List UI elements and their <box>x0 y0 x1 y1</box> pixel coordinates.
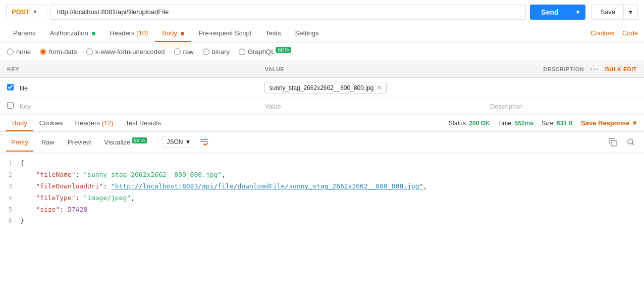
line-number: 5 <box>0 205 20 215</box>
code-line-2: 2 "fileName": "sunny_stag_2662x2662__800… <box>0 169 644 181</box>
file-chip-name: sunny_stag_2662x2662__800_800.jpg <box>269 84 373 91</box>
tab-body[interactable]: Body <box>155 24 191 42</box>
size-label: Size: 634 B <box>542 120 573 127</box>
body-type-form-data[interactable]: form-data <box>40 48 77 56</box>
line-number: 4 <box>0 193 20 203</box>
line-number: 3 <box>0 182 20 191</box>
status-label: Status: 200 OK <box>449 120 490 127</box>
search-button[interactable] <box>624 135 638 149</box>
resp-tab-body[interactable]: Body <box>6 115 33 131</box>
method-select[interactable]: POST ▼ <box>6 5 46 19</box>
file-chip-remove-icon[interactable]: ✕ <box>377 84 382 91</box>
send-button-group: Send ▼ <box>530 5 585 20</box>
bulk-edit-link[interactable]: Bulk Edit <box>605 66 637 72</box>
send-button[interactable]: Send <box>530 5 569 20</box>
copy-button[interactable] <box>606 135 620 149</box>
row-checkbox-empty[interactable] <box>7 102 14 109</box>
line-number: 6 <box>0 216 20 226</box>
tab-pre-request[interactable]: Pre-request Script <box>191 24 258 42</box>
save-button-group: Save ▼ <box>592 4 638 20</box>
time-label: Time: 552ms <box>498 120 533 127</box>
save-response-chevron-icon: ▼ <box>631 119 638 127</box>
code-content: "size": 57428 <box>20 205 87 215</box>
json-format-select[interactable]: JSON ▼ <box>163 136 196 148</box>
body-type-graphql[interactable]: GraphQLBETA <box>239 47 291 56</box>
tab-authorization-label: Authorization <box>50 29 88 37</box>
code-line-6: 6 } <box>0 215 644 227</box>
method-label: POST <box>12 8 29 16</box>
json-format-chevron-icon: ▼ <box>185 138 191 145</box>
line-number: 1 <box>0 159 20 168</box>
resp-tab-cookies-label: Cookies <box>39 119 63 127</box>
tab-settings[interactable]: Settings <box>288 24 326 42</box>
tab-headers-label: Headers <box>110 29 134 37</box>
visualize-beta-badge: BETA <box>132 137 147 143</box>
size-value: 634 B <box>557 120 573 127</box>
save-dropdown-button[interactable]: ▼ <box>623 5 637 19</box>
resp-tab-test-results[interactable]: Test Results <box>120 115 168 131</box>
code-link[interactable]: Code <box>622 24 638 42</box>
body-type-raw[interactable]: raw <box>174 48 194 56</box>
key-value-file: file <box>20 84 28 92</box>
key-placeholder[interactable]: Key <box>20 103 31 110</box>
method-chevron-icon: ▼ <box>32 9 37 15</box>
code-content: "fileDownloadUri": "http://localhost:808… <box>20 181 427 192</box>
format-right-actions <box>606 135 638 149</box>
code-line-3: 3 "fileDownloadUri": "http://localhost:8… <box>0 181 644 192</box>
time-value: 552ms <box>515 120 533 127</box>
tab-tests[interactable]: Tests <box>258 24 288 42</box>
table-row-empty: Key Value Description <box>0 98 644 115</box>
format-divider <box>157 138 157 146</box>
save-button[interactable]: Save <box>592 5 623 19</box>
tab-params-label: Params <box>13 29 36 37</box>
file-chip: sunny_stag_2662x2662__800_800.jpg ✕ <box>264 82 387 93</box>
description-placeholder[interactable]: Description <box>490 103 523 110</box>
json-format-label: JSON <box>167 138 183 145</box>
tab-headers[interactable]: Headers (10) <box>102 24 155 42</box>
body-type-none[interactable]: none <box>7 48 31 56</box>
save-response-button[interactable]: Save Response ▼ <box>581 119 638 127</box>
tab-params[interactable]: Params <box>6 24 43 42</box>
format-tab-pretty[interactable]: Pretty <box>6 136 33 149</box>
code-line-1: 1 { <box>0 158 644 169</box>
url-bar: POST ▼ Send ▼ Save ▼ <box>0 0 644 24</box>
code-line-4: 4 "fileType": "image/jpeg", <box>0 192 644 204</box>
headers-count: (10) <box>136 29 148 37</box>
tab-body-label: Body <box>162 29 177 37</box>
url-input[interactable] <box>50 4 526 20</box>
code-content: "fileName": "sunny_stag_2662x2662__800_8… <box>20 170 226 180</box>
status-info: Status: 200 OK Time: 552ms Size: 634 B S… <box>449 119 638 127</box>
resp-tab-headers[interactable]: Headers (12) <box>69 115 120 131</box>
format-bar: Pretty Raw Preview Visualize BETA JSON ▼ <box>0 132 644 153</box>
format-tab-preview-label: Preview <box>68 138 91 146</box>
format-tab-pretty-label: Pretty <box>11 138 28 146</box>
code-content: { <box>20 158 24 169</box>
tab-pre-request-label: Pre-request Script <box>198 29 251 37</box>
save-response-label: Save Response <box>581 119 629 127</box>
wrap-lines-icon[interactable] <box>198 136 210 148</box>
format-tab-preview[interactable]: Preview <box>63 136 96 149</box>
key-column-header: KEY <box>7 66 19 72</box>
resp-headers-count: (12) <box>101 119 113 127</box>
value-column-header: VALUE <box>264 66 284 72</box>
resp-tab-headers-label: Headers <box>75 119 100 127</box>
resp-tab-body-label: Body <box>12 119 27 127</box>
body-type-row: none form-data x-www-form-urlencoded raw… <box>0 42 644 61</box>
format-tab-visualize[interactable]: Visualize BETA <box>99 135 151 149</box>
body-type-binary[interactable]: binary <box>203 48 230 56</box>
cookies-link[interactable]: Cookies <box>591 24 614 42</box>
more-options-icon[interactable]: ··· <box>590 65 599 73</box>
code-view: 1 { 2 "fileName": "sunny_stag_2662x2662_… <box>0 153 644 232</box>
send-dropdown-button[interactable]: ▼ <box>570 5 586 20</box>
request-tabs: Params Authorization Headers (10) Body P… <box>0 24 644 42</box>
tab-authorization[interactable]: Authorization <box>43 24 103 42</box>
tab-tests-label: Tests <box>265 29 281 37</box>
row-checkbox-file[interactable] <box>7 84 14 90</box>
body-type-urlencoded[interactable]: x-www-form-urlencoded <box>86 48 165 56</box>
code-line-5: 5 "size": 57428 <box>0 204 644 216</box>
file-value-cell: sunny_stag_2662x2662__800_800.jpg ✕ <box>264 82 476 93</box>
format-tab-raw[interactable]: Raw <box>36 136 60 149</box>
value-placeholder[interactable]: Value <box>264 103 281 110</box>
code-content: } <box>20 216 24 226</box>
resp-tab-cookies[interactable]: Cookies <box>33 115 69 131</box>
